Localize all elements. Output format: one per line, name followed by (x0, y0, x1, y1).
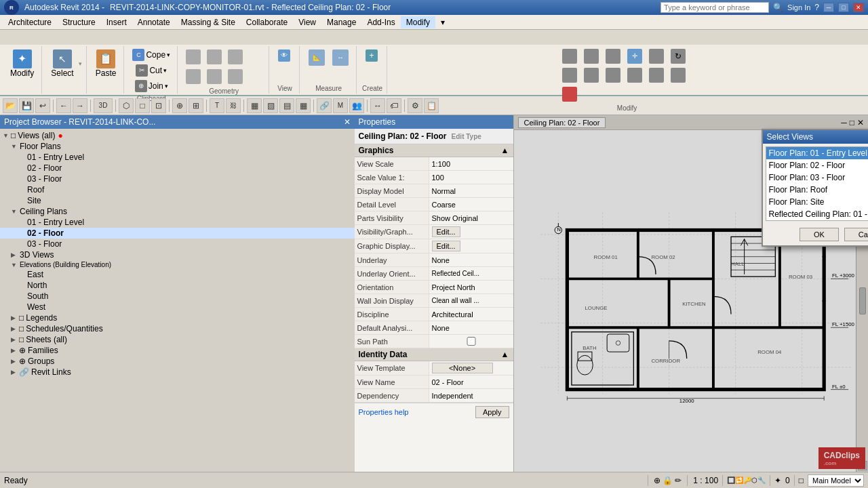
tb-mon-btn[interactable]: M (333, 98, 348, 113)
maximize-btn[interactable]: □ (838, 3, 849, 12)
tb-collab-btn[interactable]: 👥 (349, 98, 364, 113)
dialog-cancel-btn[interactable]: Cancel (844, 228, 868, 241)
tree-item-fproof[interactable]: Roof (0, 184, 355, 195)
tree-item-north[interactable]: North (0, 280, 355, 291)
menu-insert[interactable]: Insert (101, 16, 132, 28)
dialog-item-2[interactable]: Floor Plan: 03 - Floor (766, 171, 869, 184)
tree-item-legends[interactable]: ▶ □ Legends (0, 312, 355, 323)
menu-architecture[interactable]: Architecture (3, 16, 57, 28)
modify-btn[interactable]: ✦ Modify (7, 47, 37, 80)
prop-section-identity[interactable]: Identity Data ▲ (355, 348, 513, 361)
edit-type-btn[interactable]: Edit Type (452, 133, 481, 140)
tb-3d-btn[interactable]: 3D (94, 98, 113, 113)
tree-item-elevations[interactable]: ▼ Elevations (Building Elevation) (0, 260, 355, 269)
help-icon[interactable]: ? (814, 3, 819, 12)
close-btn[interactable]: ✕ (853, 3, 864, 12)
tb-link-btn[interactable]: 🔗 (317, 98, 332, 113)
create-btn[interactable]: + (362, 47, 382, 64)
tree-item-3d[interactable]: ▶ 3D Views (0, 249, 355, 260)
tree-item-cp01[interactable]: 01 - Entry Level (0, 217, 355, 228)
menu-structure[interactable]: Structure (57, 16, 101, 28)
visibility-edit-btn[interactable]: Edit... (432, 226, 460, 237)
pin-btn[interactable] (668, 66, 688, 84)
move-btn[interactable]: ✛ (625, 47, 645, 65)
tb-door-btn[interactable]: ▤ (279, 98, 294, 113)
cope-btn[interactable]: C Cope▾ (130, 47, 173, 62)
statusbar-icon1[interactable]: ⊕ (654, 476, 660, 485)
tb-open-btn[interactable]: 📂 (3, 98, 18, 113)
view-template-btn[interactable]: <None> (432, 363, 493, 373)
unpin-btn[interactable] (559, 85, 580, 103)
geometry-btn3[interactable] (225, 47, 245, 66)
tree-item-groups[interactable]: ▶ ⊕ Groups (0, 356, 355, 367)
dialog-ok-btn[interactable]: OK (800, 228, 839, 241)
geometry-btn6[interactable] (225, 67, 245, 86)
tb-snap-btn[interactable]: ⊕ (172, 98, 187, 113)
tree-item-fp02[interactable]: 02 - Floor (0, 163, 355, 174)
offset-btn[interactable] (581, 47, 601, 65)
geometry-btn5[interactable] (204, 67, 224, 86)
tree-item-cp03[interactable]: 03 - Floor (0, 239, 355, 249)
tree-item-ceiling-plans[interactable]: ▼ Ceiling Plans (0, 206, 355, 217)
geometry-btn2[interactable] (204, 47, 224, 66)
array-btn[interactable] (625, 66, 645, 84)
select-btn[interactable]: ↖ Select (47, 47, 77, 80)
geometry-btn1[interactable] (183, 47, 203, 66)
tb-undo-btn[interactable]: ↩ (35, 98, 50, 113)
tree-item-fp01[interactable]: 01 - Entry Level (0, 152, 355, 163)
rotate-btn[interactable]: ↻ (668, 47, 688, 65)
menu-addins[interactable]: Add-Ins (361, 16, 400, 28)
tree-item-families[interactable]: ▶ ⊕ Families (0, 345, 355, 356)
tb-save-btn[interactable]: 💾 (19, 98, 34, 113)
statusbar-icon3[interactable]: ✏ (675, 476, 682, 485)
tb-dim-btn[interactable]: ↔ (370, 98, 385, 113)
tb-anno-btn[interactable]: T (210, 98, 224, 113)
menu-massing[interactable]: Massing & Site (176, 16, 241, 28)
join-btn[interactable]: ⊕ Join▾ (132, 79, 171, 94)
prop-value-scale-value[interactable]: 100 (429, 171, 513, 184)
tree-arrow-ceiling-plans[interactable]: ▼ (11, 208, 18, 215)
dialog-item-5[interactable]: Reflected Ceiling Plan: 01 - Entry Level (766, 208, 869, 220)
prop-section-graphics[interactable]: Graphics ▲ (355, 144, 513, 157)
tb-param-btn[interactable]: ⚙ (408, 98, 422, 113)
menu-extra[interactable]: ▾ (435, 16, 450, 28)
tb-chain-btn[interactable]: ⛓ (226, 98, 241, 113)
prop-value-sun-path[interactable] (429, 335, 513, 348)
dialog-list[interactable]: Floor Plan: 01 - Entry Level Floor Plan:… (766, 146, 869, 221)
split-btn[interactable] (581, 66, 601, 84)
cut-btn[interactable]: ✂ Cut▾ (133, 63, 170, 78)
tree-arrow-views-all[interactable]: ▼ (3, 132, 9, 139)
mirror2-btn[interactable] (646, 66, 667, 84)
prop-section-identity-collapse[interactable]: ▲ (501, 350, 509, 359)
prop-value-view-name[interactable]: 02 - Floor (429, 375, 513, 388)
mirror1-btn[interactable] (603, 47, 623, 65)
properties-help-link[interactable]: Properties help (359, 408, 409, 416)
tree-item-sheets[interactable]: ▶ □ Sheets (all) (0, 334, 355, 345)
tree-item-revit-links[interactable]: ▶ 🔗 Revit Links (0, 367, 355, 378)
dialog-item-4[interactable]: Floor Plan: Site (766, 196, 869, 208)
tree-item-south[interactable]: South (0, 291, 355, 302)
tb-render-btn[interactable]: ⬡ (119, 98, 134, 113)
tree-arrow-elevations[interactable]: ▼ (11, 262, 18, 268)
tb-prop-btn[interactable]: 📋 (424, 98, 439, 113)
tree-item-views-all[interactable]: ▼ □ Views (all) ● (0, 130, 355, 141)
dialog-item-3[interactable]: Floor Plan: Roof (766, 184, 869, 196)
tree-item-cp02[interactable]: 02 - Floor (0, 228, 355, 239)
tree-arrow-floor-plans[interactable]: ▼ (11, 143, 18, 150)
menu-annotate[interactable]: Annotate (132, 16, 176, 28)
apply-btn[interactable]: Apply (475, 406, 509, 418)
prop-value-view-scale[interactable]: 1:100 (429, 157, 513, 170)
tree-item-schedules[interactable]: ▶ □ Schedules/Quantities (0, 323, 355, 334)
sun-path-checkbox[interactable] (432, 337, 511, 346)
copy-btn[interactable] (646, 47, 667, 65)
tree-item-west[interactable]: West (0, 302, 355, 312)
geometry-btn4[interactable] (183, 67, 203, 86)
prop-section-graphics-collapse[interactable]: ▲ (501, 146, 509, 155)
tree-item-fpsite[interactable]: Site (0, 195, 355, 206)
model-select[interactable]: Main Model (808, 474, 864, 487)
tb-wall-btn[interactable]: ▧ (263, 98, 278, 113)
tb-back-btn[interactable]: ← (56, 98, 71, 113)
graphic-display-edit-btn[interactable]: Edit... (432, 241, 460, 251)
scale-btn[interactable] (603, 66, 623, 84)
paste-btn[interactable]: 📋 Paste (92, 47, 120, 80)
